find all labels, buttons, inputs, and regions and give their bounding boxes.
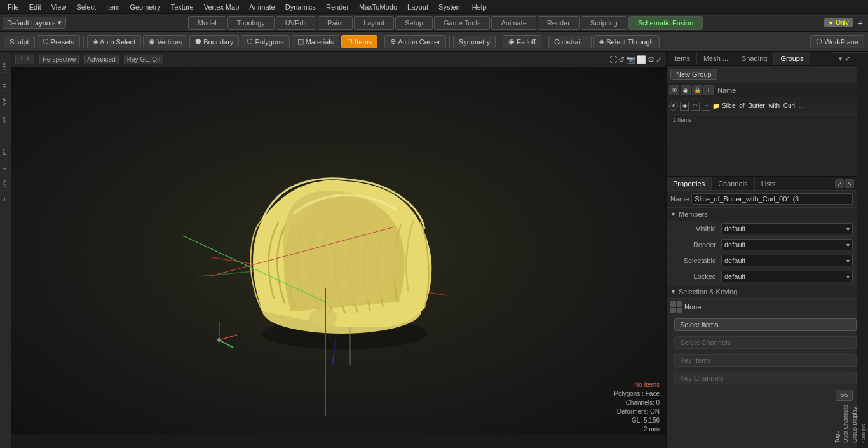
members-collapse-icon[interactable]: ▼ bbox=[670, 211, 676, 217]
materials-button[interactable]: ◫ Materials bbox=[292, 35, 340, 48]
menu-animate[interactable]: Animate bbox=[244, 2, 280, 12]
tab-paint[interactable]: Paint bbox=[318, 16, 353, 30]
menu-texture[interactable]: Texture bbox=[166, 2, 199, 12]
menu-maxtomodo[interactable]: MaxToModo bbox=[354, 2, 402, 12]
vertices-button[interactable]: ◉ Vertices bbox=[143, 35, 187, 48]
viewport-raygl-button[interactable]: Ray GL: Off bbox=[124, 55, 164, 64]
rst-tab-groups[interactable]: Groups bbox=[859, 52, 868, 448]
rst-tab-tags[interactable]: Tags bbox=[832, 52, 841, 448]
menu-file[interactable]: File bbox=[3, 2, 24, 12]
viewport-screen-icon[interactable]: ⬜ bbox=[637, 55, 646, 64]
sel-keying-collapse-icon[interactable]: ▼ bbox=[670, 288, 676, 295]
select-through-button[interactable]: ◈ Select Through bbox=[593, 35, 659, 48]
rst-tab-group-display[interactable]: Group Display bbox=[850, 52, 859, 448]
tab-schematic-fusion[interactable]: Schematic Fusion bbox=[628, 16, 703, 30]
left-tab-6[interactable]: C... bbox=[0, 158, 11, 172]
select-items-button[interactable]: Select Items bbox=[674, 318, 857, 331]
left-tab-2[interactable]: Me... bbox=[0, 90, 11, 109]
constraints-button[interactable]: Constrai... bbox=[548, 36, 592, 48]
tab-scripting[interactable]: Scripting bbox=[581, 16, 627, 30]
menu-render[interactable]: Render bbox=[321, 2, 354, 12]
tab-lists[interactable]: Lists bbox=[755, 177, 783, 190]
tab-gametools[interactable]: Game Tools bbox=[434, 16, 491, 30]
presets-button[interactable]: ⬡ Presets bbox=[37, 35, 80, 48]
materials-icon: ◫ bbox=[297, 37, 304, 46]
left-tab-1[interactable]: Du... bbox=[0, 72, 11, 90]
menu-dynamics[interactable]: Dynamics bbox=[280, 2, 321, 12]
select-items-row: Select Items bbox=[667, 316, 857, 334]
key-items-button[interactable]: Key Items bbox=[674, 354, 857, 367]
tab-mesh[interactable]: Mesh ... bbox=[697, 52, 735, 65]
menu-layout[interactable]: Layout bbox=[402, 2, 433, 12]
tab-topology[interactable]: Topology bbox=[227, 16, 275, 30]
add-layout-button[interactable]: + bbox=[855, 18, 865, 28]
eye-icon[interactable]: 👁 bbox=[669, 102, 678, 111]
tab-uvedit[interactable]: UVEdit bbox=[276, 16, 316, 30]
tab-setup[interactable]: Setup bbox=[395, 16, 433, 30]
tab-model[interactable]: Model bbox=[188, 16, 226, 30]
menu-help[interactable]: Help bbox=[467, 2, 492, 12]
rst-tab-user-channels[interactable]: User Channels bbox=[841, 52, 850, 448]
tab-render[interactable]: Render bbox=[538, 16, 580, 30]
layout-dropdown[interactable]: Default Layouts ▾ bbox=[3, 17, 66, 29]
viewport-mode-button[interactable]: ⋮⋮ bbox=[15, 55, 34, 64]
menu-select[interactable]: Select bbox=[71, 2, 101, 12]
workplane-button[interactable]: ⬡ WorkPlane bbox=[810, 35, 864, 48]
menu-geometry[interactable]: Geometry bbox=[125, 2, 165, 12]
tab-properties[interactable]: Properties bbox=[667, 177, 712, 190]
auto-select-button[interactable]: ◈ Auto Select bbox=[87, 35, 141, 48]
props-tabs: Properties Channels Lists + ⤢ ⤡ bbox=[667, 177, 857, 191]
viewport-expand-icon[interactable]: ⤢ bbox=[656, 55, 662, 64]
left-tab-3[interactable]: Ve... bbox=[0, 109, 11, 126]
menu-edit[interactable]: Edit bbox=[24, 2, 46, 12]
name-input[interactable]: Slice_of_Butter_with_Curl_001 (3 bbox=[691, 193, 853, 205]
tab-layout[interactable]: Layout bbox=[354, 16, 394, 30]
viewport-camera-icon[interactable]: 📷 bbox=[626, 55, 635, 64]
viewport-perspective-button[interactable]: Perspective bbox=[39, 55, 79, 64]
viewport-icons: ⛶ ↺ 📷 ⬜ ⚙ ⤢ bbox=[609, 55, 662, 64]
tab-groups[interactable]: Groups bbox=[774, 52, 810, 65]
symmetry-button[interactable]: Symmetry bbox=[453, 36, 496, 48]
render-icon[interactable]: ◉ bbox=[680, 102, 689, 111]
menu-vertexmap[interactable]: Vertex Map bbox=[199, 2, 245, 12]
left-tab-4[interactable]: E... bbox=[0, 126, 11, 140]
viewport-rotate-icon[interactable]: ↺ bbox=[618, 55, 625, 64]
tab-items[interactable]: Items bbox=[667, 52, 697, 65]
viewport-fit-icon[interactable]: ⛶ bbox=[609, 55, 617, 64]
viewport-settings-icon[interactable]: ⚙ bbox=[648, 55, 654, 64]
tab-shading[interactable]: Shading bbox=[735, 52, 774, 65]
new-group-button[interactable]: New Group bbox=[670, 69, 717, 80]
boundary-button[interactable]: ⬟ Boundary bbox=[189, 35, 239, 48]
viewport-area[interactable]: ⋮⋮ Perspective Advanced Ray GL: Off ⛶ ↺ … bbox=[11, 52, 666, 448]
sculpt-button[interactable]: Sculpt bbox=[4, 36, 35, 48]
channels-status: Channels: 0 bbox=[614, 398, 660, 407]
items-button[interactable]: ◻ Items bbox=[341, 35, 377, 48]
falloff-button[interactable]: ◉ Falloff bbox=[503, 35, 541, 48]
visibility-all-icon[interactable]: 👁 bbox=[669, 85, 679, 95]
prop-row-visible: Visible default ▾ bbox=[667, 221, 857, 237]
menu-item[interactable]: Item bbox=[101, 2, 125, 12]
add-group-icon[interactable]: + bbox=[703, 85, 714, 95]
svg-point-5 bbox=[309, 308, 337, 327]
tab-channels[interactable]: Channels bbox=[712, 177, 754, 190]
group-row-butter[interactable]: 👁 ◉ □ → 📁 Slice_of_Butter_with_Curl_... bbox=[667, 97, 857, 115]
action-center-button[interactable]: ⊕ Action Center bbox=[384, 35, 446, 48]
sq2-icon[interactable]: □ bbox=[691, 102, 700, 111]
left-tab-8[interactable]: F... bbox=[0, 190, 11, 203]
left-tab-7[interactable]: UV... bbox=[0, 172, 11, 190]
tab-animate[interactable]: Animate bbox=[491, 16, 536, 30]
groups-empty-area bbox=[667, 125, 857, 176]
menu-system[interactable]: System bbox=[433, 2, 467, 12]
key-channels-button[interactable]: Key Channels bbox=[674, 372, 857, 384]
menu-view[interactable]: View bbox=[46, 2, 72, 12]
left-tab-5[interactable]: Po... bbox=[0, 140, 11, 158]
select-channels-button[interactable]: Select Channels bbox=[674, 336, 857, 349]
viewport-advanced-button[interactable]: Advanced bbox=[84, 55, 118, 64]
viewport-canvas[interactable]: No Items Polygons : Face Channels: 0 Def… bbox=[11, 67, 666, 434]
lock-all-icon[interactable]: 🔒 bbox=[692, 85, 702, 95]
polygons-button[interactable]: ⬡ Polygons bbox=[241, 35, 289, 48]
right-panel-tabs: Items Mesh ... Shading Groups ▾ ⤢ bbox=[667, 52, 857, 66]
sq3-icon[interactable]: → bbox=[702, 102, 710, 111]
left-tab-0[interactable]: De... bbox=[0, 55, 11, 72]
render-all-icon[interactable]: ◉ bbox=[681, 85, 691, 95]
